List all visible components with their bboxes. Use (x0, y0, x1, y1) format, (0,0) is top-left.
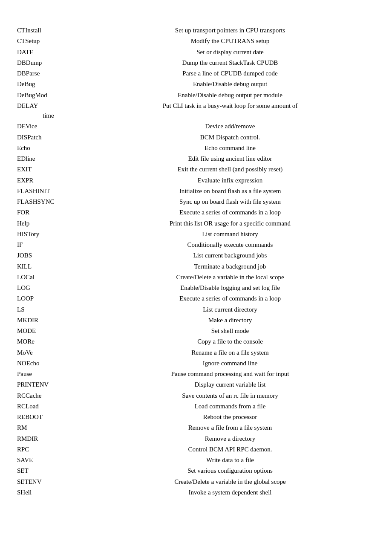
command-name: PRINTENV (17, 380, 85, 390)
command-name: SHell (17, 488, 85, 497)
command-description: Remove a directory (85, 434, 375, 444)
command-description: Control BCM API RPC daemon. (85, 445, 375, 454)
command-name: DATE (17, 47, 85, 57)
table-row: SETENVCreate/Delete a variable in the gl… (17, 477, 375, 487)
table-row: MODESet shell mode (17, 326, 375, 336)
table-row: RMDIRRemove a directory (17, 434, 375, 444)
table-row: EXITExit the current shell (and possibly… (17, 165, 375, 174)
table-row: DISPatchBCM Dispatch control. (17, 133, 375, 142)
table-row: FLASHINITInitialize on board flash as a … (17, 186, 375, 196)
table-row: SETSet various configuration options (17, 466, 375, 476)
table-row: RMRemove a file from a file system (17, 423, 375, 433)
command-name: DBDump (17, 58, 85, 68)
command-name: MKDIR (17, 315, 85, 325)
command-description: Enable/Disable debug output per module (85, 90, 375, 100)
command-name: RPC (17, 445, 85, 454)
command-description: Pause command processing and wait for in… (85, 369, 375, 379)
command-name: CTSetup (17, 36, 85, 46)
command-description: Evaluate infix expression (85, 176, 375, 185)
command-description: Enable/Disable debug output (85, 79, 375, 89)
table-row: MOReCopy a file to the console (17, 337, 375, 347)
table-row: REBOOTReboot the processor (17, 412, 375, 422)
command-description: Rename a file on a file system (85, 348, 375, 358)
table-row: KILLTerminate a background job (17, 262, 375, 272)
command-name: DEVice (17, 121, 85, 131)
command-name: EXIT (17, 165, 85, 174)
command-description: Set or display current date (85, 47, 375, 57)
command-name: DELAY (17, 101, 85, 111)
command-name: MODE (17, 326, 85, 336)
command-description: Conditionally execute commands (85, 240, 375, 250)
command-description: List current directory (85, 305, 375, 315)
command-description: Reboot the processor (85, 412, 375, 422)
command-name: MoVe (17, 348, 85, 358)
command-description: List command history (85, 229, 375, 239)
table-row: MKDIRMake a directory (17, 315, 375, 325)
command-description: Execute a series of commands in a loop (85, 294, 375, 304)
command-name: REBOOT (17, 412, 85, 422)
command-name: RCCache (17, 391, 85, 401)
table-row: FORExecute a series of commands in a loo… (17, 208, 375, 217)
table-row: HelpPrint this list OR usage for a speci… (17, 219, 375, 228)
command-description: Set shell mode (85, 326, 375, 336)
command-name: RCLoad (17, 402, 85, 411)
command-description: Execute a series of commands in a loop (85, 208, 375, 217)
table-row: DeBugModEnable/Disable debug output per … (17, 90, 375, 100)
command-description: Create/Delete a variable in the global s… (85, 477, 375, 487)
table-row: LSList current directory (17, 305, 375, 315)
table-row: PausePause command processing and wait f… (17, 369, 375, 379)
command-name: LOOP (17, 294, 85, 304)
command-description: Make a directory (85, 315, 375, 325)
command-name: IF (17, 240, 85, 250)
command-description: Ignore command line (85, 358, 375, 368)
command-description: Set up transport pointers in CPU transpo… (85, 26, 375, 35)
command-name: KILL (17, 262, 85, 272)
command-name: RMDIR (17, 434, 85, 444)
table-row: MoVeRename a file on a file system (17, 348, 375, 358)
command-description: Edit file using ancient line editor (85, 154, 375, 164)
command-description: Enable/Disable logging and set log file (85, 283, 375, 293)
command-description: Write data to a file (85, 455, 375, 465)
command-description: Load commands from a file (85, 402, 375, 411)
command-name: DeBugMod (17, 90, 85, 100)
command-name: Pause (17, 369, 85, 379)
command-name: NOEcho (17, 358, 85, 368)
command-name: LOG (17, 283, 85, 293)
table-row: CTInstallSet up transport pointers in CP… (17, 26, 375, 35)
command-description: Put CLI task in a busy-wait loop for som… (85, 101, 375, 111)
command-name: RM (17, 423, 85, 433)
table-row: IFConditionally execute commands (17, 240, 375, 250)
table-row: DATESet or display current date (17, 47, 375, 57)
table-row: CTSetupModify the CPUTRANS setup (17, 36, 375, 46)
table-row: RCCacheSave contents of an rc file in me… (17, 391, 375, 401)
table-row: DEViceDevice add/remove (17, 121, 375, 131)
command-description: Display current variable list (85, 380, 375, 390)
command-description: Modify the CPUTRANS setup (85, 36, 375, 46)
table-row: EXPREvaluate infix expression (17, 176, 375, 185)
table-row: EchoEcho command line (17, 143, 375, 153)
command-description: Remove a file from a file system (85, 423, 375, 433)
command-name: DISPatch (17, 133, 85, 142)
table-row: RCLoadLoad commands from a file (17, 402, 375, 411)
command-table: CTInstallSet up transport pointers in CP… (17, 26, 375, 497)
command-description: Print this list OR usage for a specific … (85, 219, 375, 228)
table-row: DeBugEnable/Disable debug output (17, 79, 375, 89)
command-description: Echo command line (85, 143, 375, 153)
command-name: LS (17, 305, 85, 315)
command-name: SETENV (17, 477, 85, 487)
command-name: Help (17, 219, 85, 228)
command-name: FLASHSYNC (17, 197, 85, 207)
command-name: LOCal (17, 272, 85, 282)
table-row: LOOPExecute a series of commands in a lo… (17, 294, 375, 304)
table-row: NOEchoIgnore command line (17, 358, 375, 368)
command-description: Initialize on board flash as a file syst… (85, 186, 375, 196)
command-name: SET (17, 466, 85, 476)
command-name: DeBug (17, 79, 85, 89)
command-name: FLASHINIT (17, 186, 85, 196)
table-row: JOBSList current background jobs (17, 251, 375, 260)
table-row: SAVEWrite data to a file (17, 455, 375, 465)
command-description: Invoke a system dependent shell (85, 488, 375, 497)
command-description: Save contents of an rc file in memory (85, 391, 375, 401)
command-name: DBParse (17, 69, 85, 78)
command-description: Create/Delete a variable in the local sc… (85, 272, 375, 282)
